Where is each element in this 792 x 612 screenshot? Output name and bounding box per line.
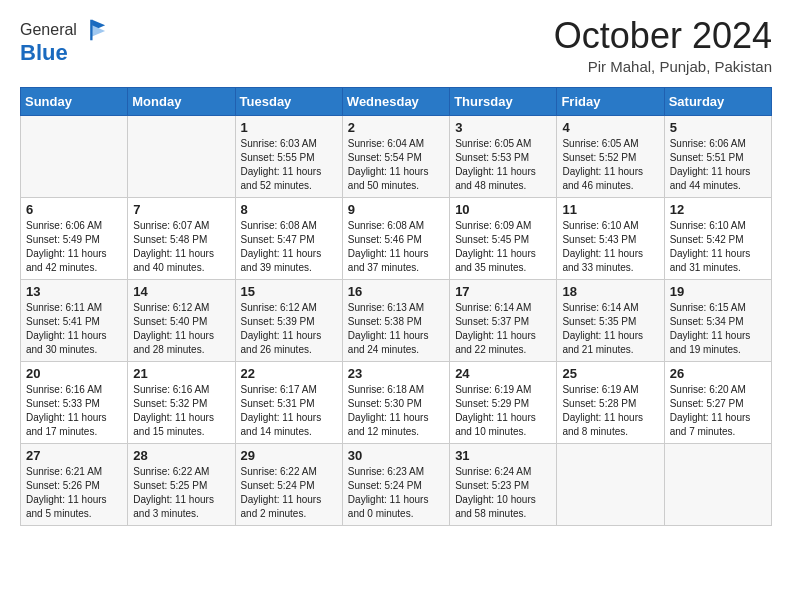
cell-content: Sunrise: 6:12 AMSunset: 5:40 PMDaylight:… <box>133 301 229 357</box>
table-row: 23Sunrise: 6:18 AMSunset: 5:30 PMDayligh… <box>342 361 449 443</box>
table-row: 21Sunrise: 6:16 AMSunset: 5:32 PMDayligh… <box>128 361 235 443</box>
table-row: 3Sunrise: 6:05 AMSunset: 5:53 PMDaylight… <box>450 115 557 197</box>
cell-content: Sunrise: 6:20 AMSunset: 5:27 PMDaylight:… <box>670 383 766 439</box>
day-number: 3 <box>455 120 551 135</box>
table-row: 30Sunrise: 6:23 AMSunset: 5:24 PMDayligh… <box>342 443 449 525</box>
day-number: 23 <box>348 366 444 381</box>
table-row: 19Sunrise: 6:15 AMSunset: 5:34 PMDayligh… <box>664 279 771 361</box>
table-row: 18Sunrise: 6:14 AMSunset: 5:35 PMDayligh… <box>557 279 664 361</box>
table-row <box>664 443 771 525</box>
cell-content: Sunrise: 6:24 AMSunset: 5:23 PMDaylight:… <box>455 465 551 521</box>
day-number: 7 <box>133 202 229 217</box>
day-number: 27 <box>26 448 122 463</box>
day-number: 28 <box>133 448 229 463</box>
table-row: 27Sunrise: 6:21 AMSunset: 5:26 PMDayligh… <box>21 443 128 525</box>
table-row: 11Sunrise: 6:10 AMSunset: 5:43 PMDayligh… <box>557 197 664 279</box>
day-number: 13 <box>26 284 122 299</box>
cell-content: Sunrise: 6:22 AMSunset: 5:25 PMDaylight:… <box>133 465 229 521</box>
cell-content: Sunrise: 6:23 AMSunset: 5:24 PMDaylight:… <box>348 465 444 521</box>
day-number: 19 <box>670 284 766 299</box>
svg-rect-2 <box>90 20 92 41</box>
cell-content: Sunrise: 6:14 AMSunset: 5:37 PMDaylight:… <box>455 301 551 357</box>
calendar-week-row: 27Sunrise: 6:21 AMSunset: 5:26 PMDayligh… <box>21 443 772 525</box>
day-number: 1 <box>241 120 337 135</box>
calendar-week-row: 1Sunrise: 6:03 AMSunset: 5:55 PMDaylight… <box>21 115 772 197</box>
day-number: 17 <box>455 284 551 299</box>
location: Pir Mahal, Punjab, Pakistan <box>554 58 772 75</box>
cell-content: Sunrise: 6:11 AMSunset: 5:41 PMDaylight:… <box>26 301 122 357</box>
day-number: 21 <box>133 366 229 381</box>
table-row: 17Sunrise: 6:14 AMSunset: 5:37 PMDayligh… <box>450 279 557 361</box>
cell-content: Sunrise: 6:14 AMSunset: 5:35 PMDaylight:… <box>562 301 658 357</box>
day-number: 11 <box>562 202 658 217</box>
table-row: 24Sunrise: 6:19 AMSunset: 5:29 PMDayligh… <box>450 361 557 443</box>
day-number: 6 <box>26 202 122 217</box>
table-row: 8Sunrise: 6:08 AMSunset: 5:47 PMDaylight… <box>235 197 342 279</box>
table-row: 16Sunrise: 6:13 AMSunset: 5:38 PMDayligh… <box>342 279 449 361</box>
table-row: 31Sunrise: 6:24 AMSunset: 5:23 PMDayligh… <box>450 443 557 525</box>
day-number: 10 <box>455 202 551 217</box>
day-number: 24 <box>455 366 551 381</box>
col-sunday: Sunday <box>21 87 128 115</box>
cell-content: Sunrise: 6:19 AMSunset: 5:29 PMDaylight:… <box>455 383 551 439</box>
col-thursday: Thursday <box>450 87 557 115</box>
cell-content: Sunrise: 6:10 AMSunset: 5:42 PMDaylight:… <box>670 219 766 275</box>
cell-content: Sunrise: 6:13 AMSunset: 5:38 PMDaylight:… <box>348 301 444 357</box>
cell-content: Sunrise: 6:07 AMSunset: 5:48 PMDaylight:… <box>133 219 229 275</box>
table-row: 10Sunrise: 6:09 AMSunset: 5:45 PMDayligh… <box>450 197 557 279</box>
day-number: 16 <box>348 284 444 299</box>
day-number: 25 <box>562 366 658 381</box>
table-row: 20Sunrise: 6:16 AMSunset: 5:33 PMDayligh… <box>21 361 128 443</box>
day-number: 20 <box>26 366 122 381</box>
day-number: 26 <box>670 366 766 381</box>
day-number: 2 <box>348 120 444 135</box>
table-row: 6Sunrise: 6:06 AMSunset: 5:49 PMDaylight… <box>21 197 128 279</box>
cell-content: Sunrise: 6:21 AMSunset: 5:26 PMDaylight:… <box>26 465 122 521</box>
day-number: 18 <box>562 284 658 299</box>
logo: General Blue <box>20 16 107 66</box>
cell-content: Sunrise: 6:08 AMSunset: 5:46 PMDaylight:… <box>348 219 444 275</box>
day-number: 14 <box>133 284 229 299</box>
table-row <box>21 115 128 197</box>
col-monday: Monday <box>128 87 235 115</box>
cell-content: Sunrise: 6:05 AMSunset: 5:52 PMDaylight:… <box>562 137 658 193</box>
table-row: 2Sunrise: 6:04 AMSunset: 5:54 PMDaylight… <box>342 115 449 197</box>
cell-content: Sunrise: 6:10 AMSunset: 5:43 PMDaylight:… <box>562 219 658 275</box>
cell-content: Sunrise: 6:15 AMSunset: 5:34 PMDaylight:… <box>670 301 766 357</box>
table-row: 28Sunrise: 6:22 AMSunset: 5:25 PMDayligh… <box>128 443 235 525</box>
table-row: 7Sunrise: 6:07 AMSunset: 5:48 PMDaylight… <box>128 197 235 279</box>
logo-icon <box>79 16 107 44</box>
logo-blue-text: Blue <box>20 40 68 66</box>
calendar-week-row: 13Sunrise: 6:11 AMSunset: 5:41 PMDayligh… <box>21 279 772 361</box>
cell-content: Sunrise: 6:16 AMSunset: 5:33 PMDaylight:… <box>26 383 122 439</box>
col-friday: Friday <box>557 87 664 115</box>
calendar-week-row: 20Sunrise: 6:16 AMSunset: 5:33 PMDayligh… <box>21 361 772 443</box>
cell-content: Sunrise: 6:03 AMSunset: 5:55 PMDaylight:… <box>241 137 337 193</box>
cell-content: Sunrise: 6:22 AMSunset: 5:24 PMDaylight:… <box>241 465 337 521</box>
day-number: 5 <box>670 120 766 135</box>
day-number: 29 <box>241 448 337 463</box>
month-title: October 2024 <box>554 16 772 56</box>
calendar-page: General Blue October 2024 Pir Mahal, Pun… <box>0 0 792 542</box>
day-number: 31 <box>455 448 551 463</box>
table-row: 29Sunrise: 6:22 AMSunset: 5:24 PMDayligh… <box>235 443 342 525</box>
header-right: October 2024 Pir Mahal, Punjab, Pakistan <box>554 16 772 75</box>
header: General Blue October 2024 Pir Mahal, Pun… <box>20 16 772 75</box>
table-row: 9Sunrise: 6:08 AMSunset: 5:46 PMDaylight… <box>342 197 449 279</box>
day-number: 9 <box>348 202 444 217</box>
col-wednesday: Wednesday <box>342 87 449 115</box>
calendar-table: Sunday Monday Tuesday Wednesday Thursday… <box>20 87 772 526</box>
cell-content: Sunrise: 6:05 AMSunset: 5:53 PMDaylight:… <box>455 137 551 193</box>
table-row: 13Sunrise: 6:11 AMSunset: 5:41 PMDayligh… <box>21 279 128 361</box>
table-row: 12Sunrise: 6:10 AMSunset: 5:42 PMDayligh… <box>664 197 771 279</box>
table-row <box>557 443 664 525</box>
col-tuesday: Tuesday <box>235 87 342 115</box>
cell-content: Sunrise: 6:19 AMSunset: 5:28 PMDaylight:… <box>562 383 658 439</box>
col-saturday: Saturday <box>664 87 771 115</box>
cell-content: Sunrise: 6:06 AMSunset: 5:51 PMDaylight:… <box>670 137 766 193</box>
cell-content: Sunrise: 6:09 AMSunset: 5:45 PMDaylight:… <box>455 219 551 275</box>
day-number: 8 <box>241 202 337 217</box>
table-row <box>128 115 235 197</box>
day-number: 30 <box>348 448 444 463</box>
calendar-week-row: 6Sunrise: 6:06 AMSunset: 5:49 PMDaylight… <box>21 197 772 279</box>
